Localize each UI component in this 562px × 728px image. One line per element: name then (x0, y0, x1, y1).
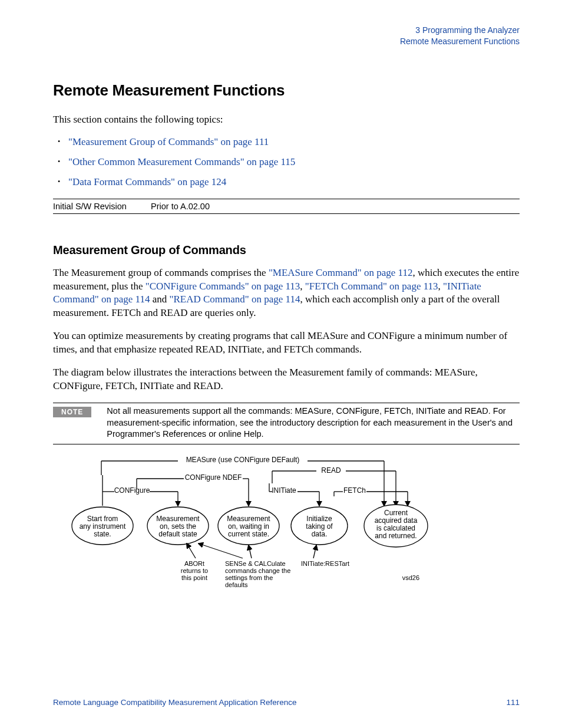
svg-text:data.: data. (312, 530, 328, 538)
svg-text:Initialize: Initialize (306, 515, 332, 523)
svg-text:FETCh: FETCh (343, 486, 366, 495)
footer-doc-title: Remote Language Compatibility Measuremen… (53, 698, 296, 707)
intro-text: This section contains the following topi… (53, 113, 520, 127)
svg-line-53 (199, 543, 243, 558)
footer-page-number: 111 (506, 698, 520, 707)
svg-text:state.: state. (94, 530, 111, 538)
link-measure[interactable]: "MEASure Command" on page 112 (269, 267, 413, 278)
toc-item: "Data Format Commands" on page 124 (67, 176, 520, 188)
svg-text:on, waiting in: on, waiting in (228, 522, 269, 531)
header-chapter: 3 Programming the Analyzer (53, 25, 520, 36)
svg-text:current state.: current state. (228, 530, 269, 538)
toc-link[interactable]: "Data Format Commands" on page 124 (68, 176, 226, 187)
svg-text:commands change the: commands change the (225, 567, 290, 574)
paragraph: The Measurement group of commands compri… (53, 266, 520, 321)
toc-item: "Measurement Group of Commands" on page … (67, 136, 520, 148)
note-block: NOTE Not all measurements support all th… (53, 403, 520, 444)
svg-text:this point: this point (181, 574, 207, 581)
command-flow-diagram: MEASure (use CONFigure DEFault) READ CON… (66, 455, 431, 614)
page-header: 3 Programming the Analyzer Remote Measur… (53, 25, 520, 47)
paragraph: The diagram below illustrates the intera… (53, 366, 520, 393)
svg-text:returns to: returns to (181, 567, 208, 574)
link-read[interactable]: "READ Command" on page 114 (170, 294, 300, 305)
paragraph: You can optimize measurements by creatin… (53, 330, 520, 357)
section-heading: Measurement Group of Commands (53, 243, 520, 257)
note-text: Not all measurements support all the com… (107, 406, 520, 440)
svg-text:default state: default state (158, 530, 197, 538)
svg-text:defaults: defaults (225, 581, 248, 588)
toc-link[interactable]: "Measurement Group of Commands" on page … (68, 136, 269, 147)
header-section: Remote Measurement Functions (53, 36, 520, 47)
svg-line-52 (187, 543, 196, 558)
svg-line-54 (249, 545, 252, 558)
svg-text:and returned.: and returned. (375, 532, 416, 540)
svg-text:on, sets the: on, sets the (160, 522, 196, 531)
svg-text:MEASure (use CONFigure DEFault: MEASure (use CONFigure DEFault) (186, 456, 300, 464)
toc-link[interactable]: "Other Common Measurement Commands" on p… (68, 156, 295, 167)
svg-text:taking of: taking of (306, 522, 333, 531)
svg-text:vsd26: vsd26 (402, 574, 419, 581)
link-fetch[interactable]: "FETCh Command" on page 113 (305, 281, 438, 292)
revision-value: Prior to A.02.00 (151, 199, 520, 213)
revision-table: Initial S/W Revision Prior to A.02.00 (53, 199, 520, 214)
note-badge: NOTE (53, 407, 91, 417)
toc-list: "Measurement Group of Commands" on page … (53, 136, 520, 188)
svg-text:CONFigure NDEF: CONFigure NDEF (185, 473, 242, 482)
svg-text:Measurement: Measurement (227, 515, 270, 523)
page-footer: Remote Language Compatibility Measuremen… (53, 698, 520, 707)
svg-text:settings from the: settings from the (225, 574, 273, 581)
svg-text:INITiate:RESTart: INITiate:RESTart (301, 560, 349, 567)
svg-text:INITiate: INITiate (272, 486, 296, 495)
svg-text:READ: READ (321, 466, 341, 475)
page-title: Remote Measurement Functions (53, 81, 520, 100)
toc-item: "Other Common Measurement Commands" on p… (67, 156, 520, 168)
svg-line-55 (313, 545, 316, 558)
svg-text:CONFigure: CONFigure (114, 486, 150, 495)
svg-text:is calculated: is calculated (376, 524, 415, 532)
svg-text:Measurement: Measurement (156, 515, 200, 523)
svg-text:SENSe & CALCulate: SENSe & CALCulate (225, 560, 286, 567)
svg-text:Current: Current (384, 509, 408, 517)
revision-label: Initial S/W Revision (53, 199, 151, 213)
svg-text:ABORt: ABORt (184, 560, 204, 567)
link-configure[interactable]: "CONFigure Commands" on page 113 (146, 281, 300, 292)
svg-text:any instrument: any instrument (80, 522, 126, 531)
svg-text:acquired data: acquired data (375, 516, 418, 525)
svg-text:Start from: Start from (87, 515, 118, 523)
